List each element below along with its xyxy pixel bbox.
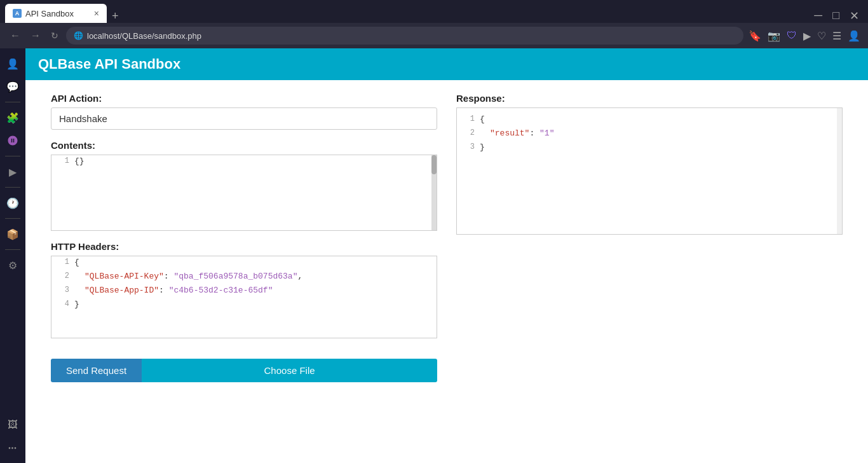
page-header: QLBase API Sandbox [25, 48, 868, 80]
tab-bar: A API Sandbox × + ─ □ ✕ [0, 0, 868, 23]
sidebar-image-icon[interactable]: 🖼 [3, 415, 23, 435]
sidebar-box-icon[interactable]: 📦 [3, 224, 23, 244]
sidebar-divider-1 [5, 102, 20, 102]
api-action-input[interactable] [51, 107, 437, 130]
api-action-section: API Action: [51, 93, 437, 130]
sidebar-gear-icon[interactable]: ⚙ [3, 255, 23, 275]
tab-favicon: A [13, 9, 22, 18]
sidebar-play-icon[interactable]: ▶ [3, 162, 23, 182]
right-panel: Response: 1 { 2 "result": "1" [456, 93, 843, 450]
header-line-2: 2 "QLBase-API-Key": "qba_f506a9578a_b075… [51, 270, 437, 284]
header-line-3: 3 "QLBase-App-ID": "c4b6-53d2-c31e-65df" [51, 284, 437, 298]
window-controls: ─ □ ✕ [810, 9, 863, 23]
tab-close-button[interactable]: × [94, 9, 99, 18]
nav-bar: ← → ↻ 🌐 localhost/QLBase/sandbox.php 🔖 📷… [0, 23, 868, 48]
shield-icon[interactable]: 🛡 [787, 30, 797, 41]
new-tab-button[interactable]: + [109, 10, 121, 23]
refresh-button[interactable]: ↻ [48, 28, 61, 43]
contents-line-1: 1 {} [51, 155, 437, 169]
nav-actions: 🔖 📷 🛡 ▶ ♡ ☰ 👤 [749, 30, 860, 42]
response-line-1: 1 { [457, 113, 842, 127]
sidebar-history-icon[interactable]: 🕐 [3, 193, 23, 213]
action-buttons: Send Request Choose File [51, 359, 437, 382]
address-bar[interactable]: 🌐 localhost/QLBase/sandbox.php [66, 27, 743, 45]
sidebar-puzzle-icon[interactable]: 🧩 [3, 107, 23, 128]
bookmark-icon[interactable]: 🔖 [749, 30, 761, 42]
contents-section: Contents: 1 {} [51, 140, 437, 231]
sidebar-api-icon[interactable] [3, 130, 23, 151]
page-body: API Action: Contents: 1 {} [25, 80, 868, 463]
maximize-button[interactable]: □ [829, 9, 843, 23]
menu-icon[interactable]: ☰ [832, 30, 841, 42]
contents-code: {} [74, 155, 437, 166]
run-icon[interactable]: ▶ [803, 30, 811, 42]
http-headers-section: HTTP Headers: 1 { 2 "QLBase-API-Key": "q… [51, 241, 437, 338]
sidebar-person-icon[interactable]: 👤 [3, 53, 23, 74]
sidebar-chat-icon[interactable]: 💬 [3, 76, 23, 97]
contents-scrollbar[interactable] [431, 155, 437, 230]
url-display: localhost/QLBase/sandbox.php [87, 31, 201, 41]
api-sandbox-tab[interactable]: A API Sandbox × [5, 4, 107, 23]
response-label: Response: [456, 93, 843, 104]
security-icon: 🌐 [74, 31, 83, 40]
sidebar-divider-4 [5, 218, 20, 219]
response-scrollbar[interactable] [837, 108, 842, 234]
minimize-button[interactable]: ─ [810, 9, 826, 23]
forward-button[interactable]: → [28, 27, 43, 44]
header-line-1: 1 { [51, 256, 437, 270]
sidebar-divider-2 [5, 156, 20, 156]
response-line-3: 3 } [457, 141, 842, 155]
response-box: 1 { 2 "result": "1" 3 } [456, 107, 843, 235]
back-button[interactable]: ← [8, 27, 23, 44]
sidebar: 👤 💬 🧩 ▶ 🕐 📦 ⚙ 🖼 ••• [0, 48, 25, 463]
send-request-button[interactable]: Send Request [51, 359, 142, 382]
http-headers-label: HTTP Headers: [51, 241, 437, 252]
contents-scrollbar-thumb[interactable] [431, 155, 437, 174]
heart-icon[interactable]: ♡ [817, 30, 826, 42]
tab-title: API Sandbox [25, 9, 74, 18]
header-line-4: 4 } [51, 298, 437, 312]
sidebar-more-icon[interactable]: ••• [3, 438, 23, 458]
page-title: QLBase API Sandbox [38, 56, 180, 73]
close-button[interactable]: ✕ [846, 9, 863, 23]
sidebar-divider-3 [5, 187, 20, 188]
contents-editor[interactable]: 1 {} [51, 155, 437, 231]
response-line-2: 2 "result": "1" [457, 127, 842, 141]
left-panel: API Action: Contents: 1 {} [51, 93, 437, 450]
api-action-label: API Action: [51, 93, 437, 104]
http-headers-editor[interactable]: 1 { 2 "QLBase-API-Key": "qba_f506a9578a_… [51, 256, 437, 338]
contents-label: Contents: [51, 140, 437, 151]
profile-icon[interactable]: 👤 [848, 30, 860, 42]
sidebar-divider-5 [5, 249, 20, 250]
camera-icon[interactable]: 📷 [768, 30, 780, 42]
choose-file-button[interactable]: Choose File [142, 359, 437, 382]
